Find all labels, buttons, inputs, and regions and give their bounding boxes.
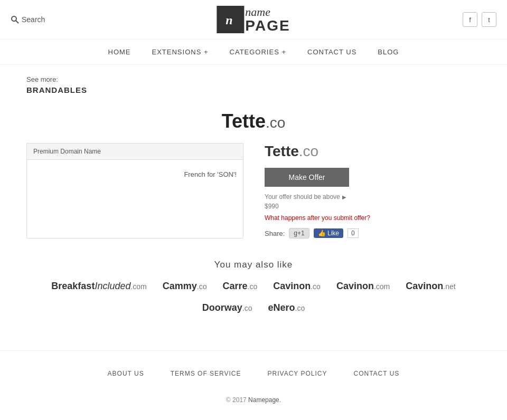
offer-info-text: Your offer should be above ▶ [265,193,481,201]
list-item[interactable]: Cammy.co [163,281,207,292]
domain-title: Tette.co [26,110,481,132]
google-plus-button[interactable]: g+1 [289,228,309,238]
main-nav: HOME EXTENSIONS + CATEGORIES + CONTACT U… [0,40,507,65]
list-item[interactable]: eNero.co [268,302,305,313]
item-bold: Breakfast [51,281,95,291]
list-item[interactable]: Cavinon.net [406,281,455,292]
brand-link[interactable]: Namepage. [248,396,281,404]
item-bold: Carre [223,281,248,291]
logo-page: PAGE [245,18,290,33]
search-label: Search [22,15,45,24]
item-bold: Cavinon [406,281,443,291]
footer-copyright: © 2017 Namepage. [11,396,496,404]
also-like-heading: You may also like [26,260,481,270]
domain-name-large: Tette.co [265,143,481,160]
domain-offer-box: Tette.co Make Offer Your offer should be… [265,143,481,238]
item-tld: .com [374,282,390,291]
share-row: Share: g+1 👍 Like 0 [265,228,481,238]
offer-submit-link[interactable]: What happens after you submit offer? [265,214,481,222]
offer-amount: $990 [265,203,481,210]
list-item[interactable]: Carre.co [223,281,258,292]
domain-tld-part: .co [266,114,285,131]
brandables-link[interactable]: BRANDABLES [26,85,481,94]
item-tld: .co [197,282,207,291]
item-bold: Cavinon [273,281,311,291]
footer-links: ABOUT US TERMS OF SERVICE PRIVACY POLICY… [11,361,496,386]
svg-text:n: n [226,13,232,27]
footer-about[interactable]: ABOUT US [108,370,144,377]
see-more: See more: BRANDABLES [26,75,481,94]
offer-tld: .co [299,143,318,159]
item-bold: eNero [268,302,295,313]
twitter-icon[interactable]: t [482,12,496,27]
item-bold: Cammy [163,281,197,291]
facebook-like-button[interactable]: 👍 Like [314,228,343,238]
list-item[interactable]: Cavinon.co [273,281,321,292]
copyright-year: © 2017 [226,396,247,404]
fb-like-label: 👍 Like [318,230,339,237]
list-item[interactable]: Cavinon.com [336,281,390,292]
footer-privacy[interactable]: PRIVACY POLICY [268,370,327,377]
make-offer-button[interactable]: Make Offer [265,168,349,187]
see-more-label: See more: [26,75,481,83]
svg-line-1 [16,21,18,23]
main-content: See more: BRANDABLES Tette.co Premium Do… [16,65,491,340]
list-item[interactable]: BreakfastIncluded.com [51,281,146,292]
logo[interactable]: n name PAGE [217,6,290,33]
item-bold: Cavinon [336,281,374,291]
nav-extensions[interactable]: EXTENSIONS + [152,48,209,56]
nav-home[interactable]: HOME [108,48,131,56]
share-label: Share: [265,230,285,237]
item-tld: .net [443,282,455,291]
offer-name: Tette [265,143,299,159]
search-icon [11,15,19,24]
item-tld: .co [248,282,258,291]
logo-text: name PAGE [245,6,290,33]
domain-info-content: French for 'SON'! [27,160,243,192]
item-tld: .co [295,304,305,312]
footer-terms[interactable]: TERMS OF SERVICE [171,370,241,377]
list-item[interactable]: Doorway.co [202,302,252,313]
domain-name-part: Tette [222,110,266,132]
nav-categories[interactable]: CATEGORIES + [230,48,286,56]
footer: ABOUT US TERMS OF SERVICE PRIVACY POLICY… [0,351,507,414]
item-bold: Doorway [202,302,242,313]
logo-name: name [245,6,290,18]
domain-info-label: Premium Domain Name [27,144,243,160]
item-italic: Included [95,281,130,291]
item-tld: .co [242,304,252,312]
domain-section: Premium Domain Name French for 'SON'! Te… [26,143,481,238]
domain-info-box: Premium Domain Name French for 'SON'! [26,143,243,238]
item-tld: .co [311,282,321,291]
footer-contact[interactable]: CONTACT US [353,370,399,377]
also-like-grid: BreakfastIncluded.com Cammy.co Carre.co … [26,281,481,313]
nav-contact[interactable]: CONTACT US [307,48,356,56]
nav-blog[interactable]: BLOG [378,48,399,56]
social-links: f t [463,12,496,27]
arrow-icon: ▶ [342,194,346,200]
facebook-icon[interactable]: f [463,12,477,27]
header: Search n name PAGE f t [0,0,507,40]
search-button[interactable]: Search [11,15,45,24]
item-tld: .com [130,282,146,291]
fb-like-count: 0 [348,228,359,238]
logo-icon: n [217,6,244,33]
svg-point-0 [12,16,16,21]
